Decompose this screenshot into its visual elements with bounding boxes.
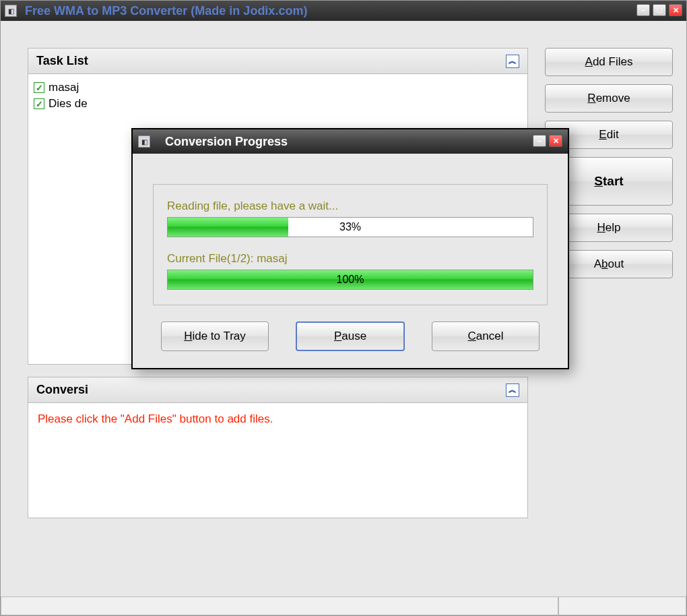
dialog-body: Reading file, please have a wait... 33% … bbox=[133, 154, 568, 368]
conversion-message: Please click the "Add Files" button to a… bbox=[38, 412, 273, 425]
dialog-title: Conversion Progress bbox=[165, 135, 288, 149]
progress-box: Reading file, please have a wait... 33% … bbox=[153, 184, 548, 305]
task-checkbox[interactable]: ✓ bbox=[34, 98, 44, 109]
window-controls: – □ ✕ bbox=[636, 4, 682, 16]
task-checkbox[interactable]: ✓ bbox=[34, 82, 44, 93]
conversion-progress-dialog: ◧ Conversion Progress – ✕ Reading file, … bbox=[131, 128, 569, 369]
status-cell-right bbox=[558, 597, 686, 615]
status-bar bbox=[1, 596, 686, 615]
conversion-body: Please click the "Add Files" button to a… bbox=[28, 403, 527, 518]
remove-button[interactable]: Remove bbox=[545, 84, 673, 113]
conversion-title: Conversi bbox=[36, 383, 88, 397]
reading-label: Reading file, please have a wait... bbox=[167, 199, 533, 213]
hide-to-tray-button[interactable]: Hide to Tray bbox=[161, 321, 269, 351]
collapse-task-list-button[interactable]: ︽ bbox=[506, 55, 519, 68]
task-label: masaj bbox=[48, 81, 79, 94]
current-progress-text: 100% bbox=[168, 270, 533, 289]
dialog-window-controls: – ✕ bbox=[533, 135, 562, 147]
conversion-panel: Conversi ︽ Please click the "Add Files" … bbox=[28, 377, 528, 518]
chevron-up-icon: ︽ bbox=[509, 384, 517, 396]
reading-progress-text: 33% bbox=[168, 218, 533, 237]
conversion-header: Conversi ︽ bbox=[28, 377, 527, 403]
checkmark-icon: ✓ bbox=[36, 83, 43, 93]
main-titlebar: ◧ Free WMA to MP3 Converter (Made in Jod… bbox=[1, 1, 686, 21]
current-file-label: Current File(1/2): masaj bbox=[167, 252, 533, 266]
dialog-close-button[interactable]: ✕ bbox=[549, 135, 562, 147]
reading-progress-bar: 33% bbox=[167, 217, 533, 237]
task-label: Dies de bbox=[48, 97, 88, 111]
maximize-button[interactable]: □ bbox=[653, 4, 666, 16]
collapse-conversion-button[interactable]: ︽ bbox=[506, 383, 519, 397]
chevron-up-icon: ︽ bbox=[509, 55, 517, 67]
current-progress-bar: 100% bbox=[167, 270, 533, 290]
task-item[interactable]: ✓ Dies de bbox=[34, 96, 522, 112]
status-cell-left bbox=[1, 597, 558, 615]
task-item[interactable]: ✓ masaj bbox=[34, 80, 522, 96]
dialog-minimize-button[interactable]: – bbox=[533, 135, 546, 147]
dialog-button-row: Hide to Tray Pause Cancel bbox=[153, 305, 548, 351]
app-title: Free WMA to MP3 Converter (Made in Jodix… bbox=[25, 4, 307, 18]
task-list-title: Task List bbox=[36, 54, 88, 68]
checkmark-icon: ✓ bbox=[36, 99, 43, 109]
app-icon: ◧ bbox=[5, 5, 17, 17]
minimize-button[interactable]: – bbox=[636, 4, 650, 16]
dialog-titlebar[interactable]: ◧ Conversion Progress – ✕ bbox=[133, 129, 568, 154]
task-list-header: Task List ︽ bbox=[28, 49, 527, 74]
dialog-icon: ◧ bbox=[138, 135, 150, 148]
pause-button[interactable]: Pause bbox=[296, 321, 405, 351]
close-button[interactable]: ✕ bbox=[669, 4, 682, 16]
cancel-button[interactable]: Cancel bbox=[432, 321, 539, 351]
add-files-button[interactable]: Add Files bbox=[545, 48, 673, 76]
